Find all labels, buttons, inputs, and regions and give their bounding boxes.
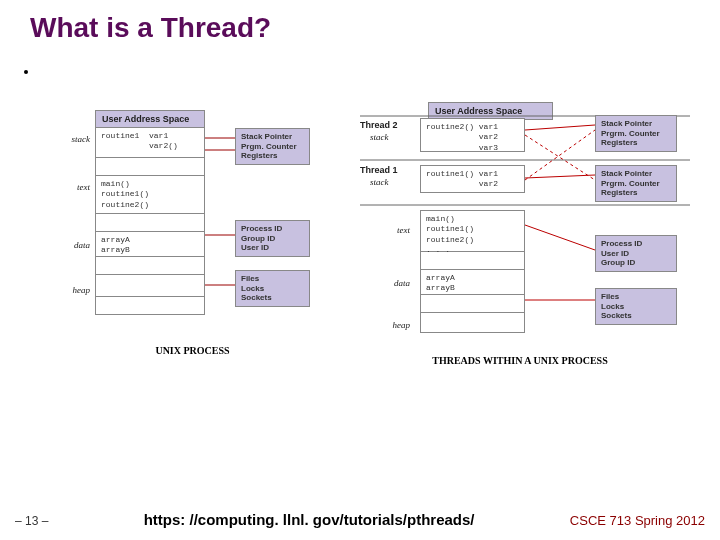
left-caption: UNIX PROCESS <box>60 345 325 356</box>
right-files-pill: Files Locks Sockets <box>595 288 677 325</box>
thread1-stack-label: stack <box>370 177 389 187</box>
right-hlines <box>360 110 700 440</box>
thread2-stack-label: stack <box>370 132 389 142</box>
left-blank-2 <box>95 214 205 232</box>
svg-line-10 <box>525 130 595 180</box>
r-lbl-heap: heap <box>380 320 410 330</box>
course-tag: CSCE 713 Spring 2012 <box>570 513 705 528</box>
left-blank-3 <box>95 257 205 275</box>
thread1-label: Thread 1 <box>360 165 398 175</box>
right-heap-box <box>420 313 525 333</box>
left-ids-pill: Process ID Group ID User ID <box>235 220 310 257</box>
left-registers-pill: Stack Pointer Prgm. Counter Registers <box>235 128 310 165</box>
svg-line-8 <box>525 175 595 178</box>
left-stack-box: routine1 var1 var2() <box>95 128 205 158</box>
thread2-label: Thread 2 <box>360 120 398 130</box>
left-heap-box <box>95 275 205 297</box>
right-registers-pill-t2: Stack Pointer Prgrm. Counter Registers <box>595 115 677 152</box>
right-ids-pill: Process ID User ID Group ID <box>595 235 677 272</box>
left-data-box: arrayA arrayB <box>95 232 205 257</box>
left-blank-1 <box>95 158 205 176</box>
lbl-stack: stack <box>60 134 90 144</box>
slide-title: What is a Thread? <box>30 12 271 44</box>
left-blank-4 <box>95 297 205 315</box>
left-text-box: main() routine1() routine2() <box>95 176 205 214</box>
r-lbl-text: text <box>380 225 410 235</box>
right-text-box: main() routine1() routine2() . . . <box>420 210 525 252</box>
thread1-stack-box: routine1() var1 var2 <box>420 165 525 193</box>
svg-line-9 <box>525 135 595 180</box>
lbl-text: text <box>60 182 90 192</box>
lbl-data: data <box>60 240 90 250</box>
left-header: User Address Space <box>95 110 205 128</box>
svg-line-11 <box>525 225 595 250</box>
source-url: https: //computing. llnl. gov/tutorials/… <box>48 511 569 528</box>
right-caption: THREADS WITHIN A UNIX PROCESS <box>360 355 680 366</box>
diagram-area: User Address Space routine1 var1 var2() … <box>60 110 680 470</box>
svg-line-7 <box>525 125 595 130</box>
page-number: – 13 – <box>15 514 48 528</box>
right-data-box: arrayA arrayB <box>420 270 525 295</box>
slide-footer: – 13 – https: //computing. llnl. gov/tut… <box>0 511 720 528</box>
r-lbl-data: data <box>380 278 410 288</box>
right-registers-pill-t1: Stack Pointer Prgrm. Counter Registers <box>595 165 677 202</box>
right-blank-2 <box>420 295 525 313</box>
bullet-dot <box>24 70 28 74</box>
lbl-heap: heap <box>60 285 90 295</box>
thread2-stack-box: routine2() var1 var2 var3 <box>420 118 525 152</box>
left-files-pill: Files Locks Sockets <box>235 270 310 307</box>
